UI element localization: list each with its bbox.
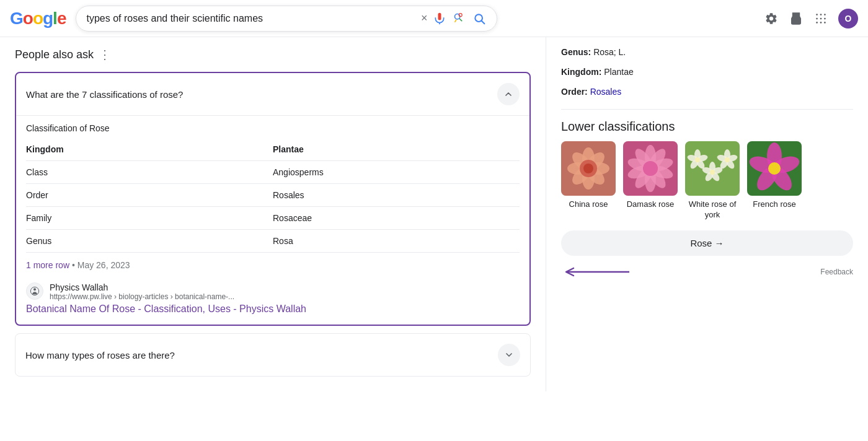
rose-cards: China roseDamask roseWhite rose of yorkF… (561, 141, 853, 220)
table-cell-label: Genus (26, 230, 273, 253)
svg-point-45 (695, 157, 700, 162)
svg-point-57 (725, 157, 730, 162)
arrow-section: Feedback (561, 256, 853, 283)
table-cell-label: Class (26, 161, 273, 184)
paa-item-second: How many types of roses are there? (15, 333, 531, 377)
genus-label: Genus: (561, 47, 591, 57)
rose-image (747, 141, 802, 196)
rose-label: French rose (753, 199, 795, 210)
kingdom-row: Kingdom: Plantae (561, 62, 853, 82)
paa-title: People also ask (15, 48, 94, 61)
rose-image (623, 141, 678, 196)
chevron-down-icon[interactable] (498, 344, 520, 366)
google-logo: Google (10, 9, 66, 28)
svg-point-11 (816, 22, 818, 24)
rose-button[interactable]: Rose → (561, 230, 853, 256)
feedback-label[interactable]: Feedback (820, 268, 853, 276)
rose-card[interactable]: Damask rose (623, 141, 678, 220)
main-layout: People also ask ⋮ What are the 7 classif… (0, 37, 868, 391)
rose-image (561, 141, 616, 196)
svg-line-3 (482, 20, 485, 24)
table-cell-value: Angiosperms (273, 161, 520, 184)
table-row: ClassAngiosperms (26, 161, 520, 184)
table-cell-value: Rosa (273, 230, 520, 253)
order-value-link[interactable]: Rosales (590, 87, 622, 97)
arrow-left (561, 266, 636, 278)
svg-point-9 (820, 17, 822, 19)
rose-card[interactable]: White rose of york (685, 141, 740, 220)
answer-content: Classification of Rose Kingdom Plantae C… (16, 115, 529, 325)
svg-point-4 (796, 19, 799, 21)
lens-icon[interactable] (452, 11, 467, 26)
order-row: Order: Rosales (561, 82, 853, 102)
svg-point-7 (824, 14, 826, 15)
classification-table: Kingdom Plantae ClassAngiospermsOrderRos… (26, 138, 520, 253)
svg-point-8 (816, 17, 818, 19)
chevron-up-icon[interactable] (497, 83, 520, 105)
order-label: Order: (561, 87, 588, 97)
source-link[interactable]: Botanical Name Of Rose - Classification,… (26, 303, 520, 315)
rose-card[interactable]: China rose (561, 141, 616, 220)
genus-row: Genus: Rosa; L. (561, 42, 853, 62)
col-header-right: Plantae (273, 138, 520, 161)
svg-point-38 (643, 161, 658, 176)
svg-point-15 (33, 288, 36, 290)
svg-point-26 (583, 164, 593, 173)
apps-icon[interactable] (813, 11, 828, 26)
right-top-info: Genus: Rosa; L. Kingdom: Plantae Order: … (561, 37, 853, 110)
more-row-section: 1 more row • May 26, 2023 (26, 253, 520, 277)
source-favicon (26, 282, 43, 300)
mic-icon[interactable] (432, 11, 447, 26)
svg-point-51 (710, 170, 715, 175)
paa-header: People also ask ⋮ (15, 47, 531, 62)
svg-point-12 (820, 22, 822, 24)
expanded-question-text: What are the 7 classifications of rose? (26, 89, 183, 100)
svg-point-13 (824, 22, 826, 24)
right-column: Genus: Rosa; L. Kingdom: Plantae Order: … (546, 37, 868, 391)
kingdom-value-text: Plantae (604, 67, 633, 77)
labs-icon[interactable] (789, 11, 804, 26)
search-input[interactable] (86, 13, 415, 24)
source-url: https://www.pw.live › biology-articles ›… (50, 292, 234, 301)
svg-point-5 (816, 14, 818, 15)
expanded-question-row[interactable]: What are the 7 classifications of rose? (16, 73, 529, 115)
expanded-answer-box: What are the 7 classifications of rose? … (15, 72, 531, 326)
date-text: • (72, 260, 78, 270)
rose-label: Damask rose (627, 199, 675, 210)
table-row: OrderRosales (26, 184, 520, 207)
source-section: Physics Wallah https://www.pw.live › bio… (26, 277, 520, 315)
settings-icon[interactable] (764, 11, 779, 26)
svg-point-64 (768, 162, 781, 175)
paa-question-row[interactable]: How many types of roses are there? (16, 334, 530, 376)
table-cell-label: Order (26, 184, 273, 207)
left-column: People also ask ⋮ What are the 7 classif… (0, 37, 546, 391)
avatar[interactable]: O (838, 9, 858, 28)
table-row: FamilyRosaceae (26, 207, 520, 230)
search-submit-icon[interactable] (472, 11, 487, 26)
table-cell-label: Family (26, 207, 273, 230)
rose-label: White rose of york (685, 199, 740, 220)
classification-title: Classification of Rose (26, 116, 520, 138)
table-cell-value: Rosales (273, 184, 520, 207)
svg-point-10 (824, 17, 826, 19)
rose-card[interactable]: French rose (747, 141, 802, 220)
source-info: Physics Wallah https://www.pw.live › bio… (26, 282, 520, 301)
table-row: GenusRosa (26, 230, 520, 253)
kingdom-label: Kingdom: (561, 67, 601, 77)
date-value: May 26, 2023 (78, 260, 130, 270)
clear-button[interactable]: × (421, 12, 428, 25)
source-name: Physics Wallah (50, 282, 234, 292)
genus-value-text: Rosa; L. (593, 47, 626, 57)
more-row-link[interactable]: 1 more row (26, 260, 69, 270)
paa-question-text: How many types of roses are there? (25, 350, 175, 360)
header-right: O (764, 9, 858, 28)
svg-point-6 (820, 14, 822, 15)
search-bar: × (76, 6, 497, 32)
rose-image (685, 141, 740, 196)
table-cell-value: Rosaceae (273, 207, 520, 230)
lower-classifications-title: Lower classifications (561, 110, 853, 141)
col-header-left: Kingdom (26, 138, 273, 161)
paa-menu-dots[interactable]: ⋮ (99, 47, 111, 62)
rose-label: China rose (569, 199, 608, 210)
header: Google × (0, 0, 868, 37)
